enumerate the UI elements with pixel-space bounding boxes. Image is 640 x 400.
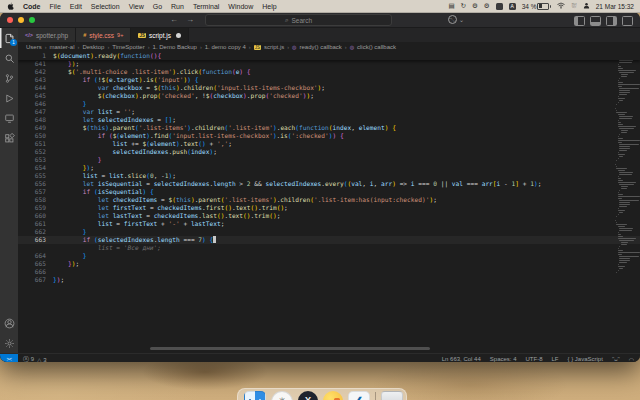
settings-gear-icon[interactable] xyxy=(0,333,18,353)
menu-item-go[interactable]: Go xyxy=(153,3,162,10)
menu-item-selection[interactable]: Selection xyxy=(91,3,120,10)
breadcrumb-symbol[interactable]: ready() callback xyxy=(299,44,341,50)
code-line[interactable]: 650 if ($(element).find('input.list-item… xyxy=(18,132,640,140)
copilot-menu[interactable]: ◠◡ ⌄ xyxy=(448,15,464,24)
user-icon[interactable] xyxy=(583,2,590,11)
tab-script.js[interactable]: JSscript.js xyxy=(131,28,189,42)
nav-forward-icon[interactable]: → xyxy=(186,15,194,24)
code-line[interactable]: 656 let isSequential = selectedIndexes.l… xyxy=(18,180,640,188)
encoding[interactable]: UTF-8 xyxy=(525,356,542,362)
breadcrumb-item[interactable]: 1. demo copy 4 xyxy=(205,44,246,50)
code-line[interactable]: 660 let lastText = checkedItems.last().t… xyxy=(18,212,640,220)
accounts-icon[interactable] xyxy=(0,313,18,333)
code-line[interactable]: 657 if (isSequential) { xyxy=(18,188,640,196)
toggle-sidebar-icon[interactable] xyxy=(574,16,585,26)
close-window-button[interactable] xyxy=(7,17,13,23)
copilot-status-icon[interactable]: ᵔᴗᵔ xyxy=(612,356,620,362)
window-titlebar[interactable]: ← → ⌕ Search ◠◡ ⌄ xyxy=(0,12,640,28)
code-line[interactable]: 655 list = list.slice(0, -1); xyxy=(18,172,640,180)
menu-item-run[interactable]: Run xyxy=(171,3,184,10)
code-line[interactable]: 658 let checkedItems = $(this).parent('.… xyxy=(18,196,640,204)
breadcrumb-symbol[interactable]: click() callback xyxy=(357,44,396,50)
code-line[interactable]: 661 list = firstText + '-' + lastText; xyxy=(18,220,640,228)
code-line[interactable]: 667}); xyxy=(18,276,640,284)
code-line[interactable]: 649 $(this).parent('.list-items').childr… xyxy=(18,124,640,132)
code-line[interactable]: 651 list += $(element).text() + ','; xyxy=(18,140,640,148)
dock-icon-chatgpt[interactable] xyxy=(271,391,293,400)
customize-layout-icon[interactable] xyxy=(622,16,633,26)
command-center-search[interactable]: ⌕ Search xyxy=(205,14,392,26)
breadcrumb-item[interactable]: Desktop xyxy=(82,44,104,50)
code-line[interactable]: 643 if (!$(e.target).is('input')) { xyxy=(18,76,640,84)
code-line[interactable]: 1$(document).ready(function(){ xyxy=(18,52,640,60)
code-line[interactable]: 663 if (selectedIndexes.length === 7) { xyxy=(18,236,640,244)
menu-item-view[interactable]: View xyxy=(129,3,144,10)
breadcrumb-item[interactable]: 1. Demo Backup xyxy=(153,44,197,50)
explorer-icon[interactable]: 1 xyxy=(0,28,18,48)
app-box-icon[interactable] xyxy=(496,3,503,10)
apple-menu-icon[interactable] xyxy=(7,2,14,11)
code-line[interactable]: 646 } xyxy=(18,100,640,108)
code-line[interactable]: 652 selectedIndexes.push(index); xyxy=(18,148,640,156)
horizontal-scrollbar[interactable] xyxy=(150,347,430,350)
tab-spotter.php[interactable]: </>spotter.php xyxy=(18,28,76,42)
nav-back-icon[interactable]: ← xyxy=(170,15,178,24)
code-lines[interactable]: 641 });642 $('.multi-choice .list-item')… xyxy=(18,60,640,284)
dock-icon-duck[interactable] xyxy=(323,391,343,400)
input-source-icon[interactable]: A xyxy=(509,3,516,10)
extensions-icon[interactable] xyxy=(0,128,18,148)
toggle-secondary-sidebar-icon[interactable] xyxy=(606,16,617,26)
menu-item-edit[interactable]: Edit xyxy=(70,3,82,10)
breadcrumb-item[interactable]: TimeSpotter xyxy=(112,44,144,50)
code-line[interactable]: 644 var checkbox = $(this).children('inp… xyxy=(18,84,640,92)
code-line[interactable]: 662 } xyxy=(18,228,640,236)
breadcrumb[interactable]: Users›master-al›Desktop›TimeSpotter›1. D… xyxy=(18,42,640,52)
display-icon[interactable]: ▤ xyxy=(448,3,454,10)
breadcrumb-item[interactable]: Users xyxy=(26,44,42,50)
code-line[interactable]: 665 }); xyxy=(18,260,640,268)
zoom-window-button[interactable] xyxy=(29,17,35,23)
dock-icon-finder[interactable] xyxy=(244,391,266,400)
tab-style.css[interactable]: #style.css9+ xyxy=(76,28,131,42)
menubar-clock[interactable]: 21 Mar 15:32 xyxy=(596,3,634,10)
code-line[interactable]: 647 var list = ''; xyxy=(18,108,640,116)
minimap[interactable] xyxy=(614,52,640,353)
weather-icon[interactable]: ⛆ xyxy=(571,3,576,10)
code-line[interactable]: 664 } xyxy=(18,252,640,260)
dock-icon-yandex[interactable] xyxy=(298,391,318,400)
source-control-icon[interactable] xyxy=(0,68,18,88)
toggle-panel-icon[interactable] xyxy=(590,16,601,26)
problems-warnings[interactable]: △ 3 xyxy=(37,356,47,363)
code-editor[interactable]: 1$(document).ready(function(){ 641 });64… xyxy=(18,52,640,353)
code-line[interactable]: 653 } xyxy=(18,156,640,164)
wifi-icon[interactable] xyxy=(557,2,565,11)
search-sidebar-icon[interactable] xyxy=(0,48,18,68)
remote-indicator[interactable]: >< xyxy=(0,354,18,362)
code-line[interactable]: 659 let firstText = checkedItems.first()… xyxy=(18,204,640,212)
cursor-position[interactable]: Ln 663, Col 44 xyxy=(442,356,481,362)
run-debug-icon[interactable] xyxy=(0,88,18,108)
dock-icon-trash[interactable] xyxy=(381,391,403,400)
gear-icon[interactable]: ⚙ xyxy=(472,3,478,10)
battery-indicator[interactable]: 34 % xyxy=(522,3,552,10)
code-line[interactable]: 642 $('.multi-choice .list-item').click(… xyxy=(18,68,640,76)
menu-item-help[interactable]: Help xyxy=(262,3,276,10)
unsaved-dot-icon[interactable] xyxy=(176,33,181,38)
code-line[interactable]: 666 xyxy=(18,268,640,276)
minimize-window-button[interactable] xyxy=(18,17,24,23)
gear-icon-2[interactable]: ⚙ xyxy=(484,3,490,10)
sticky-scroll-line[interactable]: 1$(document).ready(function(){ xyxy=(18,52,640,60)
code-line[interactable]: 645 $(checkbox).prop('checked', !$(check… xyxy=(18,92,640,100)
menu-item-file[interactable]: File xyxy=(50,3,61,10)
eol-sequence[interactable]: LF xyxy=(551,356,558,362)
notifications-bell-icon[interactable]: ◠ xyxy=(629,356,634,363)
code-line[interactable]: 648 let selectedIndexes = []; xyxy=(18,116,640,124)
breadcrumb-item[interactable]: master-al xyxy=(50,44,75,50)
menu-item-window[interactable]: Window xyxy=(228,3,253,10)
problems-errors[interactable]: ⓧ 9 xyxy=(23,355,34,363)
menu-item-code[interactable]: Code xyxy=(23,3,41,10)
remote-explorer-icon[interactable] xyxy=(0,108,18,128)
sync-icon[interactable]: ↻ xyxy=(461,3,466,10)
menu-item-terminal[interactable]: Terminal xyxy=(193,3,219,10)
indentation[interactable]: Spaces: 4 xyxy=(490,356,517,362)
